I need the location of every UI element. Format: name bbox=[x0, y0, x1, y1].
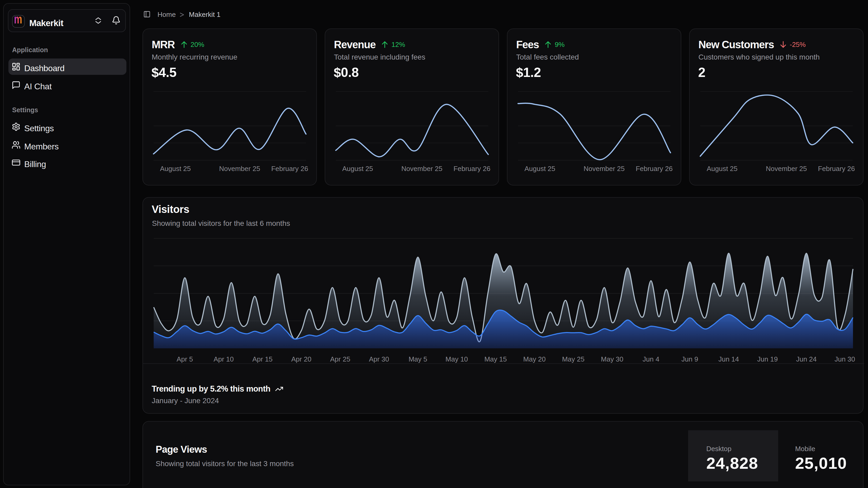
svg-text:August 25: August 25 bbox=[707, 165, 737, 173]
svg-text:May 5: May 5 bbox=[408, 355, 427, 363]
svg-text:November 25: November 25 bbox=[401, 165, 442, 173]
svg-text:November 25: November 25 bbox=[766, 165, 807, 173]
svg-text:Apr 20: Apr 20 bbox=[291, 355, 312, 363]
svg-text:May 30: May 30 bbox=[601, 355, 623, 363]
svg-text:Jun 19: Jun 19 bbox=[757, 355, 778, 363]
svg-text:August 25: August 25 bbox=[160, 165, 191, 173]
svg-text:Jun 24: Jun 24 bbox=[796, 355, 817, 363]
svg-text:Apr 15: Apr 15 bbox=[252, 355, 273, 363]
svg-text:February 26: February 26 bbox=[454, 165, 490, 173]
svg-text:Apr 30: Apr 30 bbox=[369, 355, 389, 363]
svg-text:May 25: May 25 bbox=[562, 355, 584, 363]
svg-text:Apr 5: Apr 5 bbox=[177, 355, 193, 363]
svg-text:August 25: August 25 bbox=[342, 165, 373, 173]
svg-text:August 25: August 25 bbox=[524, 165, 555, 173]
svg-text:Apr 10: Apr 10 bbox=[214, 355, 234, 363]
svg-text:Jun 9: Jun 9 bbox=[682, 355, 699, 363]
svg-text:May 20: May 20 bbox=[523, 355, 546, 363]
svg-text:February 26: February 26 bbox=[818, 165, 855, 173]
svg-text:May 15: May 15 bbox=[484, 355, 507, 363]
svg-text:November 25: November 25 bbox=[219, 165, 260, 173]
svg-text:Jun 14: Jun 14 bbox=[718, 355, 739, 363]
svg-text:Apr 25: Apr 25 bbox=[330, 355, 350, 363]
svg-text:February 26: February 26 bbox=[271, 165, 308, 173]
svg-text:November 25: November 25 bbox=[584, 165, 625, 173]
svg-text:Jun 30: Jun 30 bbox=[835, 355, 855, 363]
svg-text:May 10: May 10 bbox=[445, 355, 468, 363]
svg-text:Jun 4: Jun 4 bbox=[643, 355, 659, 363]
svg-text:February 26: February 26 bbox=[636, 165, 673, 173]
